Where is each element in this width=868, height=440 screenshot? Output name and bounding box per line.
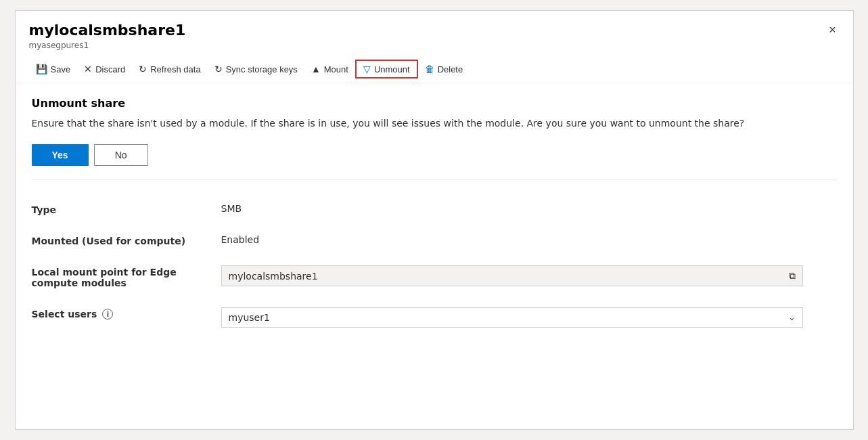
mount-icon: ▲ [311,64,321,74]
copy-icon[interactable]: ⧉ [789,270,796,282]
unmount-section: Unmount share Ensure that the share isn'… [32,97,837,180]
mount-point-field-row: Local mount point for Edge compute modul… [32,256,837,298]
panel-title: mylocalsmbshare1 [29,22,840,39]
mount-button[interactable]: ▲ Mount [304,60,355,79]
unmount-title: Unmount share [32,97,837,110]
yes-button[interactable]: Yes [32,144,89,166]
unmount-actions: Yes No [32,144,837,166]
main-panel: mylocalsmbshare1 myasegpures1 × 💾 Save ✕… [15,10,854,430]
chevron-down-icon: ⌄ [788,313,795,322]
mount-point-label: Local mount point for Edge compute modul… [32,265,221,288]
mount-point-input[interactable]: mylocalsmbshare1 ⧉ [221,265,803,286]
sync-label: Sync storage keys [226,64,298,74]
unmount-label: Unmount [374,64,410,74]
fields-section: Type SMB Mounted (Used for compute) Enab… [32,180,837,337]
select-users-dropdown[interactable]: myuser1 ⌄ [221,307,803,328]
mount-point-input-value: mylocalsmbshare1 [229,271,783,282]
discard-icon: ✕ [84,64,92,74]
mount-point-input-container: mylocalsmbshare1 ⧉ [221,265,837,286]
mount-label: Mount [324,64,348,74]
discard-label: Discard [95,64,125,74]
select-users-field-row: Select users i myuser1 ⌄ [32,298,837,337]
type-field-row: Type SMB [32,194,837,225]
content-area: Unmount share Ensure that the share isn'… [16,83,853,351]
mounted-value: Enabled [221,234,837,245]
toolbar: 💾 Save ✕ Discard ↻ Refresh data ↻ Sync s… [16,56,853,83]
save-label: Save [51,64,71,74]
sync-button[interactable]: ↻ Sync storage keys [208,60,304,79]
type-value: SMB [221,203,837,214]
save-button[interactable]: 💾 Save [29,60,78,79]
refresh-label: Refresh data [150,64,200,74]
save-icon: 💾 [36,64,47,74]
discard-button[interactable]: ✕ Discard [77,60,132,79]
delete-button[interactable]: 🗑 Delete [418,60,470,79]
delete-label: Delete [438,64,463,74]
refresh-icon: ↻ [139,64,147,74]
delete-icon: 🗑 [425,64,434,74]
no-button[interactable]: No [94,144,148,166]
type-label: Type [32,203,221,215]
select-users-label: Select users i [32,307,221,320]
select-users-value: myuser1 [229,312,789,323]
panel-subtitle: myasegpures1 [29,41,840,50]
mounted-field-row: Mounted (Used for compute) Enabled [32,225,837,256]
unmount-button[interactable]: ▽ Unmount [355,60,418,79]
refresh-button[interactable]: ↻ Refresh data [132,60,207,79]
select-users-select-container: myuser1 ⌄ [221,307,837,328]
unmount-icon: ▽ [363,64,371,74]
sync-icon: ↻ [214,64,223,74]
select-users-info-icon[interactable]: i [102,309,113,320]
close-button[interactable]: × [823,20,842,39]
mounted-label: Mounted (Used for compute) [32,234,221,246]
unmount-description: Ensure that the share isn't used by a mo… [32,116,776,131]
panel-header: mylocalsmbshare1 myasegpures1 × [16,11,853,56]
